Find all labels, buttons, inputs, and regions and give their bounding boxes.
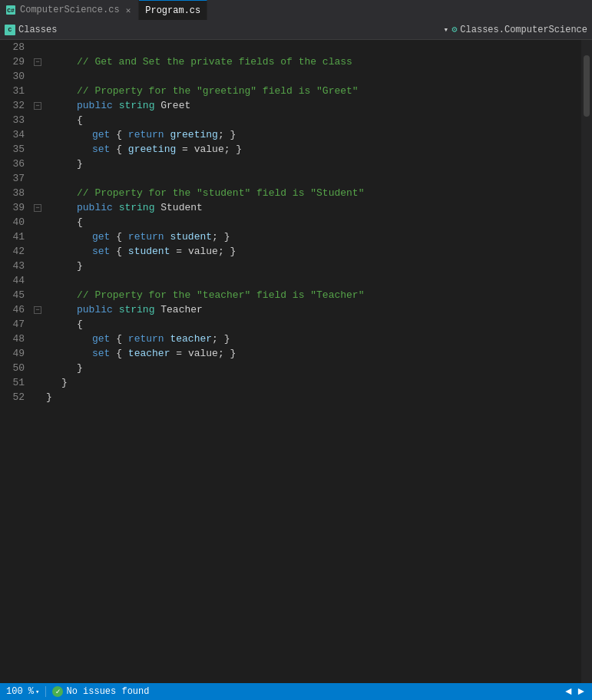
collapse-area: − xyxy=(32,306,43,314)
keyword-token: public xyxy=(77,98,113,113)
nav-back-icon[interactable]: ◄ xyxy=(564,685,573,698)
code-line xyxy=(46,40,77,54)
keyword-token: get xyxy=(92,332,110,346)
table-row: 29−// Get and Set the private fields of … xyxy=(0,54,581,69)
punct-token: = xyxy=(176,244,182,259)
code-line: set { greeting = value; } xyxy=(46,142,242,157)
table-row: 36} xyxy=(0,157,581,171)
zoom-arrow-icon: ▾ xyxy=(35,688,39,696)
nav-fwd-icon[interactable]: ► xyxy=(577,685,586,698)
scrollbar-thumb[interactable] xyxy=(584,55,590,117)
code-line: // Property for the "student" field is "… xyxy=(46,186,364,200)
code-line: } xyxy=(46,390,52,404)
line-number: 49 xyxy=(0,346,32,361)
breadcrumb-left-label: Classes xyxy=(18,25,441,35)
collapse-area: − xyxy=(32,204,43,212)
identifier-token: Student xyxy=(160,200,203,215)
identifier-token: Greet xyxy=(160,98,190,113)
table-row: 30 xyxy=(0,69,581,84)
punct-token: ; } xyxy=(218,244,236,259)
line-number: 41 xyxy=(0,229,32,244)
punct-token: { xyxy=(116,127,122,142)
line-number: 36 xyxy=(0,157,32,171)
punct-token: { xyxy=(116,142,122,157)
tab-close-cs[interactable]: ✕ xyxy=(124,5,133,16)
table-row: 47{ xyxy=(0,317,581,332)
breadcrumb-namespace: Classes.ComputerScience xyxy=(460,25,587,35)
line-gutter: 49 xyxy=(0,346,46,361)
type-token: string xyxy=(119,98,155,113)
keyword-token: set xyxy=(92,142,110,157)
line-gutter: 42 xyxy=(0,244,46,259)
check-icon: ✓ xyxy=(52,686,63,697)
code-line xyxy=(46,69,77,84)
punct-token: } xyxy=(77,259,83,273)
code-line: } xyxy=(46,157,83,171)
main-editor: 2829−// Get and Set the private fields o… xyxy=(0,40,592,683)
tab-file-icon: C# xyxy=(6,5,15,15)
line-number: 34 xyxy=(0,127,32,142)
collapse-button[interactable]: − xyxy=(34,102,41,110)
line-number: 51 xyxy=(0,375,32,390)
zoom-control[interactable]: 100 % ▾ xyxy=(6,686,39,697)
line-number: 38 xyxy=(0,186,32,200)
punct-token: { xyxy=(116,244,122,259)
table-row: 49set { teacher = value; } xyxy=(0,346,581,361)
code-line xyxy=(46,171,77,186)
line-gutter: 40 xyxy=(0,215,46,229)
line-gutter: 41 xyxy=(0,229,46,244)
collapse-button[interactable]: − xyxy=(34,306,41,314)
punct-token: = xyxy=(176,346,182,361)
punct-token: ; } xyxy=(224,142,242,157)
breadcrumb-dropdown-arrow[interactable]: ▾ xyxy=(444,25,449,35)
scrollbar-area[interactable] xyxy=(581,40,592,683)
keyword-token: return xyxy=(128,332,164,346)
punct-token: } xyxy=(46,390,52,404)
line-gutter: 36 xyxy=(0,157,46,171)
punct-token: { xyxy=(77,317,83,332)
collapse-button[interactable]: − xyxy=(34,204,41,212)
member-token: student xyxy=(170,229,212,244)
line-number: 33 xyxy=(0,113,32,127)
tab-computerscience[interactable]: C# ComputerScience.cs ✕ xyxy=(0,0,139,20)
code-line: public string Student xyxy=(46,200,203,215)
no-issues-label: No issues found xyxy=(66,686,149,697)
punct-token: { xyxy=(116,332,122,346)
member-token: greeting xyxy=(128,142,176,157)
table-row: 28 xyxy=(0,40,581,54)
no-issues-status: ✓ No issues found xyxy=(52,686,149,697)
table-row: 32−public string Greet xyxy=(0,98,581,113)
identifier-token: value xyxy=(194,142,224,157)
line-gutter: 44 xyxy=(0,273,46,288)
tab-program[interactable]: Program.cs xyxy=(139,0,207,20)
line-gutter: 33 xyxy=(0,113,46,127)
line-number: 43 xyxy=(0,259,32,273)
punct-token: } xyxy=(77,157,83,171)
line-gutter: 46− xyxy=(0,302,46,317)
line-gutter: 43 xyxy=(0,259,46,273)
keyword-token: return xyxy=(128,229,164,244)
tab-label-program: Program.cs xyxy=(145,5,200,16)
table-row: 45// Property for the "teacher" field is… xyxy=(0,288,581,302)
line-gutter: 31 xyxy=(0,84,46,98)
code-line: } xyxy=(46,375,68,390)
code-line: } xyxy=(46,259,83,273)
line-gutter: 51 xyxy=(0,375,46,390)
line-number: 35 xyxy=(0,142,32,157)
keyword-token: public xyxy=(77,200,113,215)
code-line: get { return teacher; } xyxy=(46,332,230,346)
line-number: 42 xyxy=(0,244,32,259)
keyword-token: set xyxy=(92,346,110,361)
lines-container: 2829−// Get and Set the private fields o… xyxy=(0,40,581,683)
collapse-button[interactable]: − xyxy=(34,58,41,66)
code-line: get { return student; } xyxy=(46,229,230,244)
table-row: 52} xyxy=(0,390,581,404)
punct-token: { xyxy=(77,215,83,229)
punct-token: { xyxy=(116,229,122,244)
table-row: 50} xyxy=(0,361,581,375)
line-number: 30 xyxy=(0,69,32,84)
code-line: { xyxy=(46,113,83,127)
status-separator-1 xyxy=(45,686,46,697)
status-bar: 100 % ▾ ✓ No issues found ◄ ► xyxy=(0,683,592,700)
punct-token: { xyxy=(116,346,122,361)
